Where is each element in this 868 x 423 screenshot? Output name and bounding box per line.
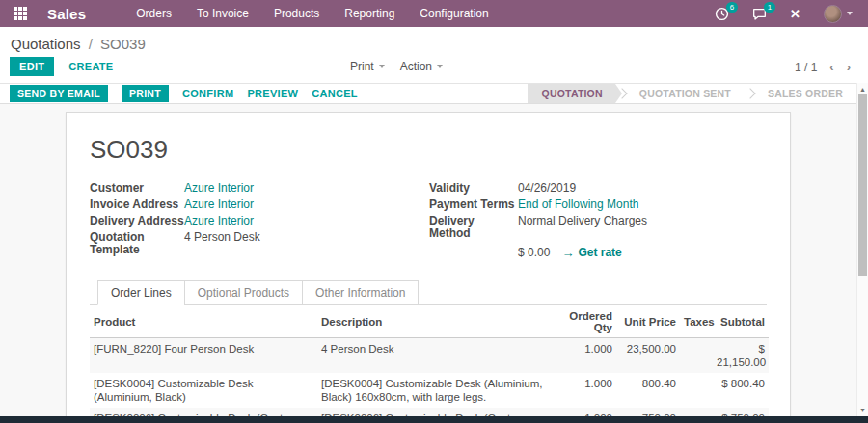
- app-name[interactable]: Sales: [47, 6, 86, 22]
- scroll-down-icon[interactable]: ▼: [857, 407, 868, 413]
- cell-description: [DESK0004] Customizable Desk (Aluminium,…: [317, 373, 560, 408]
- quotation-template-label: Quotation Template: [90, 231, 184, 256]
- action-bar: SEND BY EMAIL PRINT CONFIRM PREVIEW CANC…: [0, 83, 868, 104]
- cell-taxes: [680, 338, 713, 374]
- control-panel: Quotations / SO039 EDIT CREATE Print Act…: [0, 27, 868, 83]
- quotation-template-value: 4 Person Desk: [184, 231, 260, 256]
- table-row[interactable]: [DESK0006] Customizable Desk (Custom, Bl…: [90, 408, 769, 416]
- activities-clock-icon[interactable]: 6: [715, 7, 729, 21]
- center-menus: Print Action: [350, 60, 443, 73]
- send-by-email-button[interactable]: SEND BY EMAIL: [10, 85, 108, 102]
- arrow-right-icon: →: [561, 247, 574, 259]
- caret-down-icon: [437, 65, 443, 68]
- app-window: Sales Orders To Invoice Products Reporti…: [0, 0, 868, 423]
- edit-button[interactable]: EDIT: [10, 57, 54, 76]
- col-product: Product: [90, 305, 317, 338]
- invoice-address-value[interactable]: Azure Interior: [184, 198, 254, 211]
- cell-taxes: [680, 408, 713, 416]
- action-dropdown-label: Action: [400, 60, 432, 73]
- table-header-row: Product Description Ordered Qty Unit Pri…: [90, 305, 769, 338]
- breadcrumb-separator: /: [89, 36, 93, 52]
- breadcrumb-current: SO039: [100, 36, 146, 52]
- cell-taxes: [680, 373, 713, 408]
- page-title: SO039: [90, 135, 767, 165]
- shipping-row: $ 0.00 → Get rate: [429, 247, 767, 259]
- payment-terms-value[interactable]: End of Following Month: [518, 198, 638, 211]
- user-menu[interactable]: [824, 5, 853, 23]
- cell-subtotal: $ 21,150.00: [713, 338, 769, 374]
- action-dropdown[interactable]: Action: [400, 60, 443, 73]
- print-button[interactable]: PRINT: [122, 85, 169, 102]
- cell-subtotal: $ 800.40: [713, 373, 769, 408]
- message-count-badge: 1: [764, 2, 775, 13]
- invoice-address-label: Invoice Address: [90, 198, 184, 211]
- notebook-tabs: Order Lines Optional Products Other Info…: [90, 280, 767, 305]
- create-button[interactable]: CREATE: [68, 61, 113, 72]
- cell-product: [DESK0004] Customizable Desk (Aluminium,…: [90, 373, 317, 408]
- menu-configuration[interactable]: Configuration: [420, 7, 488, 20]
- table-row[interactable]: [DESK0004] Customizable Desk (Aluminium,…: [90, 373, 769, 408]
- col-subtotal: Subtotal: [713, 305, 769, 338]
- print-dropdown[interactable]: Print: [350, 60, 385, 73]
- form-buttons: EDIT CREATE: [10, 57, 113, 76]
- field-group-right: Validity 04/26/2019 Payment Terms End of…: [429, 182, 767, 260]
- caret-down-icon: [379, 65, 385, 68]
- field-group-left: Customer Azure Interior Invoice Address …: [90, 182, 429, 260]
- menu-orders[interactable]: Orders: [136, 7, 172, 20]
- get-rate-label: Get rate: [578, 247, 621, 259]
- get-rate-button[interactable]: → Get rate: [561, 247, 621, 259]
- cell-unit-price: 23,500.00: [616, 338, 680, 374]
- top-nav: Sales Orders To Invoice Products Reporti…: [0, 0, 868, 27]
- col-ordered-qty: Ordered Qty: [560, 305, 616, 338]
- breadcrumb-quotations[interactable]: Quotations: [11, 36, 81, 52]
- messages-chat-icon[interactable]: 1: [752, 7, 767, 21]
- window-bottom-edge: [0, 416, 868, 423]
- cell-product: [DESK0006] Customizable Desk (Custom, Bl…: [90, 408, 317, 416]
- scrollbar-thumb[interactable]: [858, 94, 867, 276]
- document-sheet: SO039 Customer Azure Interior Invoice Ad…: [66, 112, 791, 416]
- stage-sales-order[interactable]: SALES ORDER: [755, 84, 855, 103]
- cell-qty: 1.000: [560, 338, 616, 374]
- user-avatar: [824, 5, 842, 23]
- stage-quotation[interactable]: QUOTATION: [528, 84, 615, 103]
- preview-button[interactable]: PREVIEW: [247, 88, 298, 99]
- apps-grid-icon[interactable]: [14, 7, 27, 20]
- nav-right: 6 1 ✕: [715, 5, 853, 23]
- tab-other-information[interactable]: Other Information: [302, 280, 419, 305]
- menu-products[interactable]: Products: [274, 7, 319, 20]
- pager-previous-icon[interactable]: ‹: [829, 60, 833, 74]
- scroll-up-icon[interactable]: ▲: [857, 86, 868, 93]
- cancel-button[interactable]: CANCEL: [312, 88, 358, 99]
- stage-quotation-sent[interactable]: QUOTATION SENT: [627, 84, 744, 103]
- col-taxes: Taxes: [680, 305, 713, 338]
- breadcrumb: Quotations / SO039: [11, 36, 146, 52]
- delivery-method-value: Normal Delivery Charges: [518, 215, 647, 240]
- pager: 1 / 1 ‹ ›: [795, 60, 851, 74]
- chevron-right-icon: [745, 88, 755, 98]
- customer-label: Customer: [90, 182, 184, 195]
- menu-reporting[interactable]: Reporting: [344, 7, 394, 20]
- close-tools-icon[interactable]: ✕: [790, 7, 800, 21]
- pager-next-icon[interactable]: ›: [847, 60, 851, 74]
- menu-to-invoice[interactable]: To Invoice: [197, 7, 249, 20]
- cell-description: 4 Person Desk: [317, 338, 560, 374]
- customer-value[interactable]: Azure Interior: [184, 182, 254, 195]
- activity-count-badge: 6: [726, 2, 738, 13]
- vertical-scrollbar: ▲ ▼: [856, 83, 868, 416]
- form-view: SO039 Customer Azure Interior Invoice Ad…: [0, 104, 868, 416]
- caret-down-icon: [847, 12, 853, 15]
- cell-qty: 1.000: [560, 408, 616, 416]
- validity-label: Validity: [429, 182, 518, 195]
- payment-terms-label: Payment Terms: [429, 198, 518, 211]
- statusbar: QUOTATION QUOTATION SENT SALES ORDER: [528, 84, 855, 103]
- delivery-address-value[interactable]: Azure Interior: [184, 215, 254, 227]
- tab-order-lines[interactable]: Order Lines: [97, 280, 185, 305]
- field-groups: Customer Azure Interior Invoice Address …: [90, 182, 767, 260]
- tab-optional-products[interactable]: Optional Products: [184, 280, 303, 305]
- table-row[interactable]: [FURN_8220] Four Person Desk 4 Person De…: [90, 338, 769, 374]
- confirm-button[interactable]: CONFIRM: [182, 88, 233, 99]
- delivery-method-label: Delivery Method: [429, 215, 518, 240]
- cell-qty: 1.000: [560, 373, 616, 408]
- workflow-buttons: SEND BY EMAIL PRINT CONFIRM PREVIEW CANC…: [10, 85, 358, 102]
- delivery-address-label: Delivery Address: [90, 215, 184, 227]
